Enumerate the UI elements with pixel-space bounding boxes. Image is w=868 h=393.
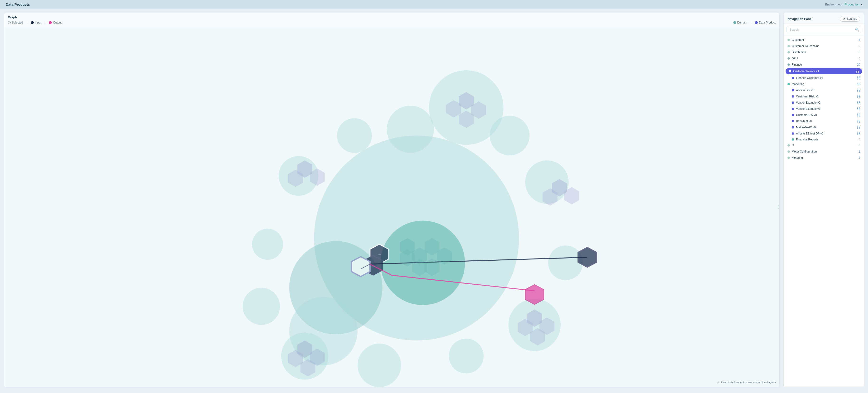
nav-item-customer-invoice-v1[interactable]: Customer Invoice v1 ⛓ [785, 68, 862, 74]
nav-group-dot [787, 57, 790, 60]
nav-item-link-icon[interactable]: ⛓ [857, 113, 860, 117]
nav-list: Customer 1 Customer Touchpoint 0 Distrib… [784, 36, 864, 387]
nav-item-link-icon[interactable]: ⛓ [857, 132, 860, 135]
selected-icon [8, 21, 11, 24]
nav-item-accesstest-v0[interactable]: AccessTest v0 ⛓ [784, 87, 864, 93]
nav-group-left: Customer Touchpoint [787, 44, 818, 48]
output-icon [49, 21, 52, 24]
nav-item-left: Customer Invoice v1 [789, 70, 819, 73]
nav-item-left: Finance Customer v1 [792, 76, 823, 80]
legend-input: Input [31, 21, 41, 24]
nav-group-name: DPU [792, 57, 798, 60]
search-wrap: 🔍 [786, 26, 861, 33]
nav-group-dot [787, 150, 790, 153]
graph-legend: Selected Input Output Domain [8, 21, 776, 24]
nav-group-finance[interactable]: Finance 20 [784, 62, 864, 68]
nav-item-finance-customer-v1[interactable]: Finance Customer v1 ⛓ [784, 75, 864, 81]
environment-selector[interactable]: Environment: Production ▾ [825, 3, 862, 6]
nav-item-dot [789, 70, 791, 72]
nav-group-left: Metering [787, 156, 803, 159]
nav-group-left: Meter Configuration [787, 150, 817, 153]
nav-item-left: MatteoTestX v0 [792, 126, 816, 129]
nav-item-airbyte-ee-test-dp-v0[interactable]: Airbyte EE test DP v0 ⛓ [784, 130, 864, 137]
nav-item-link-icon[interactable]: ⛓ [857, 76, 860, 80]
nav-group-meter-configuration[interactable]: Meter Configuration 1 [784, 149, 864, 155]
nav-group-name: Meter Configuration [792, 150, 817, 153]
nav-group-count: 10 [857, 83, 860, 86]
nav-group-left: Marketing [787, 83, 804, 86]
nav-item-link-icon[interactable]: ⛓ [857, 101, 860, 104]
app-title: Data Products [6, 2, 30, 6]
nav-item-name: CustomerDW v0 [796, 113, 817, 117]
main-layout: Graph Selected Input Output [0, 9, 868, 391]
nav-group-name: Customer [792, 38, 804, 41]
nav-item-customer-risk-v0[interactable]: Customer Risk v0 ⛓ [784, 93, 864, 99]
nav-item-link-icon[interactable]: ⛓ [857, 119, 860, 123]
nav-item-link-icon[interactable]: ⛓ [857, 95, 860, 98]
nav-item-left: VersionExample v0 [792, 101, 820, 104]
nav-item-link-icon[interactable]: ⛓ [857, 107, 860, 111]
nav-item-name: Finance Customer v1 [796, 76, 823, 80]
nav-group-left: Finance [787, 63, 802, 66]
graph-canvas[interactable]: ••• ••• [4, 27, 779, 387]
search-icon[interactable]: 🔍 [855, 28, 859, 32]
nav-item-left: BenoTest v0 [792, 120, 812, 123]
nav-group-customer[interactable]: Customer 1 [784, 37, 864, 43]
nav-group-name: Distribution [792, 51, 806, 54]
nav-item-benotest-v0[interactable]: BenoTest v0 ⛓ [784, 118, 864, 124]
graph-title: Graph [8, 16, 776, 19]
nav-item-name: BenoTest v0 [796, 120, 812, 123]
svg-point-3 [337, 118, 372, 153]
nav-item-dot [792, 132, 794, 135]
legend-domain-label: Domain [737, 21, 747, 24]
settings-label: Settings [847, 17, 857, 21]
svg-text:•••: ••• [372, 265, 375, 268]
nav-item-versionexample-v1[interactable]: VersionExample v1 ⛓ [784, 106, 864, 112]
search-container: 🔍 [784, 24, 864, 36]
search-input[interactable] [786, 26, 861, 33]
nav-group-metering[interactable]: Metering 2 [784, 155, 864, 161]
settings-button[interactable]: Settings [840, 16, 860, 22]
nav-group-dot [787, 45, 790, 47]
nav-item-matteotestx-v0[interactable]: MatteoTestX v0 ⛓ [784, 124, 864, 130]
env-value[interactable]: Production [845, 3, 860, 6]
graph-panel: Graph Selected Input Output [4, 13, 780, 387]
svg-point-12 [252, 229, 283, 260]
app-header: Data Products Environment: Production ▾ [0, 0, 868, 9]
resize-handle[interactable] [777, 204, 779, 210]
nav-group-it[interactable]: IT 0 [784, 142, 864, 149]
nav-group-distribution[interactable]: Distribution 0 [784, 49, 864, 55]
nav-group-count: 2 [859, 156, 860, 159]
legend-input-label: Input [35, 21, 41, 24]
nav-group-count: 20 [857, 63, 860, 66]
nav-group-dot [787, 157, 790, 159]
nav-group-customer-touchpoint[interactable]: Customer Touchpoint 0 [784, 43, 864, 49]
nav-group-dot [787, 144, 790, 147]
nav-item-dot [792, 126, 794, 128]
svg-point-8 [449, 339, 484, 373]
nav-item-link-icon[interactable]: ⛓ [857, 125, 860, 129]
nav-group-marketing[interactable]: Marketing 10 [784, 81, 864, 87]
nav-item-versionexample-v0[interactable]: VersionExample v0 ⛓ [784, 99, 864, 106]
nav-item-name: Customer Invoice v1 [793, 70, 819, 73]
env-label: Environment: [825, 3, 843, 6]
nav-item-link-icon[interactable]: ⛓ [857, 88, 860, 92]
nav-group-left: IT [787, 144, 794, 147]
nav-group-dpu[interactable]: DPU 0 [784, 55, 864, 62]
nav-item-customerdw-v0[interactable]: CustomerDW v0 ⛓ [784, 112, 864, 118]
legend-selected-label: Selected [12, 21, 23, 24]
nav-item-link-icon[interactable]: ⛓ [856, 69, 859, 73]
chevron-down-icon[interactable]: ▾ [861, 3, 862, 6]
svg-point-11 [243, 288, 280, 325]
graph-svg[interactable]: ••• ••• [4, 27, 779, 387]
nav-item-dot [792, 101, 794, 104]
nav-group-count: 0 [859, 144, 860, 147]
nav-group-name: Customer Touchpoint [792, 44, 818, 48]
nav-group-dot [787, 39, 790, 41]
nav-item-dot [792, 120, 794, 122]
nav-group-count: 0 [859, 57, 860, 60]
nav-group-name: Metering [792, 156, 803, 159]
svg-point-4 [490, 116, 529, 155]
input-icon [31, 21, 34, 24]
nav-item-financial-reports[interactable]: Financial Reports 0 [784, 137, 864, 142]
